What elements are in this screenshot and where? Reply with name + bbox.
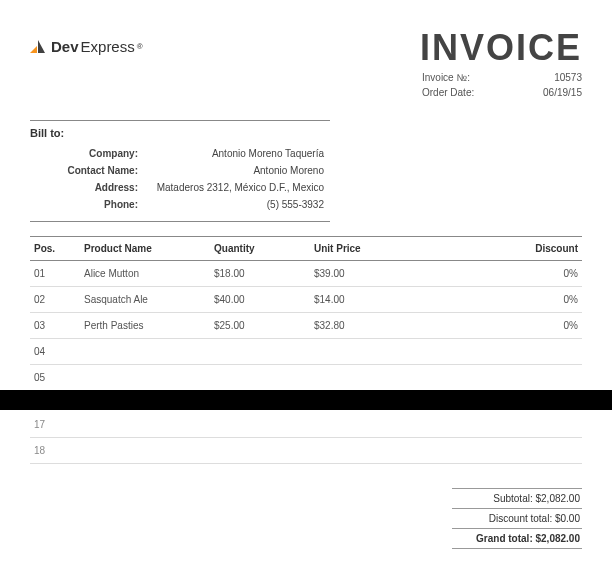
cell-pos: 01 xyxy=(30,261,80,287)
cell-name: Alice Mutton xyxy=(80,261,210,287)
discount-total-value: $0.00 xyxy=(555,513,580,524)
bill-to-row: Address: Mataderos 2312, México D.F., Me… xyxy=(30,179,330,196)
bill-to-label: Phone: xyxy=(30,196,148,213)
invoice-no-value: 10573 xyxy=(532,70,582,85)
cell-disc: 0% xyxy=(440,313,582,339)
bill-to-value: Antonio Moreno xyxy=(148,162,330,179)
cell-disc: 0% xyxy=(440,287,582,313)
col-name: Product Name xyxy=(80,237,210,261)
items-table: Pos. Product Name Quantity Unit Price Di… xyxy=(30,236,582,391)
discount-total-label: Discount total: xyxy=(489,513,552,524)
cell-qty: $25.00 xyxy=(210,313,310,339)
col-disc: Discount xyxy=(440,237,582,261)
table-row: 04 xyxy=(30,339,582,365)
svg-marker-0 xyxy=(30,46,37,53)
subtotal-label: Subtotal: xyxy=(493,493,532,504)
grand-total-value: $2,082.00 xyxy=(536,533,581,544)
cell-name xyxy=(80,365,210,391)
cell-qty: $18.00 xyxy=(210,261,310,287)
bill-to-value: Mataderos 2312, México D.F., Mexico xyxy=(148,179,330,196)
totals: Subtotal: $2,082.00 Discount total: $0.0… xyxy=(452,488,582,549)
cell-pos: 17 xyxy=(34,419,45,430)
cell-price: $39.00 xyxy=(310,261,440,287)
header: DevExpress® INVOICE Invoice №: 10573 Ord… xyxy=(30,30,582,100)
order-date-row: Order Date: 06/19/15 xyxy=(420,85,582,100)
header-right: INVOICE Invoice №: 10573 Order Date: 06/… xyxy=(420,30,582,100)
lower-section: 17 18 Subtotal: $2,082.00 Discount total… xyxy=(30,412,582,549)
cell-disc xyxy=(440,339,582,365)
cell-pos: 04 xyxy=(30,339,80,365)
col-pos: Pos. xyxy=(30,237,80,261)
cell-name: Sasquatch Ale xyxy=(80,287,210,313)
invoice-title: INVOICE xyxy=(420,30,582,66)
bill-to-label: Address: xyxy=(30,179,148,196)
logo: DevExpress® xyxy=(30,38,143,55)
cell-qty xyxy=(210,339,310,365)
bill-to-row: Company: Antonio Moreno Taquería xyxy=(30,145,330,162)
order-date-value: 06/19/15 xyxy=(532,85,582,100)
cell-pos: 18 xyxy=(34,445,45,456)
cell-price: $32.80 xyxy=(310,313,440,339)
table-row: 05 xyxy=(30,365,582,391)
cell-price xyxy=(310,339,440,365)
bill-to-title: Bill to: xyxy=(30,127,330,139)
bill-to-row: Contact Name: Antonio Moreno xyxy=(30,162,330,179)
invoice-number-row: Invoice №: 10573 xyxy=(420,70,582,85)
table-row: 18 xyxy=(30,438,582,464)
grand-total-label: Grand total: xyxy=(476,533,533,544)
table-row: 02 Sasquatch Ale $40.00 $14.00 0% xyxy=(30,287,582,313)
cell-pos: 02 xyxy=(30,287,80,313)
invoice-page: DevExpress® INVOICE Invoice №: 10573 Ord… xyxy=(0,0,612,391)
cell-name: Perth Pasties xyxy=(80,313,210,339)
grand-total-row: Grand total: $2,082.00 xyxy=(452,528,582,549)
order-date-label: Order Date: xyxy=(422,85,492,100)
cell-name xyxy=(80,339,210,365)
table-header-row: Pos. Product Name Quantity Unit Price Di… xyxy=(30,237,582,261)
bill-to-value: (5) 555-3932 xyxy=(148,196,330,213)
col-qty: Quantity xyxy=(210,237,310,261)
bill-to-label: Company: xyxy=(30,145,148,162)
page-break-bar xyxy=(0,390,612,410)
logo-prefix: Dev xyxy=(51,38,79,55)
cell-qty: $40.00 xyxy=(210,287,310,313)
bill-to-label: Contact Name: xyxy=(30,162,148,179)
col-price: Unit Price xyxy=(310,237,440,261)
logo-suffix: Express xyxy=(81,38,135,55)
bill-to-value: Antonio Moreno Taquería xyxy=(148,145,330,162)
table-row: 17 xyxy=(30,412,582,438)
logo-reg: ® xyxy=(137,42,143,51)
svg-marker-1 xyxy=(38,40,45,53)
cell-price: $14.00 xyxy=(310,287,440,313)
logo-mark-icon xyxy=(30,39,46,55)
discount-total-row: Discount total: $0.00 xyxy=(452,508,582,528)
cell-qty xyxy=(210,365,310,391)
cell-pos: 05 xyxy=(30,365,80,391)
cell-pos: 03 xyxy=(30,313,80,339)
bill-to-section: Bill to: Company: Antonio Moreno Taquerí… xyxy=(30,120,330,222)
bill-to-row: Phone: (5) 555-3932 xyxy=(30,196,330,213)
invoice-no-label: Invoice №: xyxy=(422,70,492,85)
items-body: 01 Alice Mutton $18.00 $39.00 0% 02 Sasq… xyxy=(30,261,582,391)
cell-disc: 0% xyxy=(440,261,582,287)
subtotal-row: Subtotal: $2,082.00 xyxy=(452,488,582,508)
subtotal-value: $2,082.00 xyxy=(536,493,581,504)
cell-disc xyxy=(440,365,582,391)
table-row: 03 Perth Pasties $25.00 $32.80 0% xyxy=(30,313,582,339)
cell-price xyxy=(310,365,440,391)
table-row: 01 Alice Mutton $18.00 $39.00 0% xyxy=(30,261,582,287)
